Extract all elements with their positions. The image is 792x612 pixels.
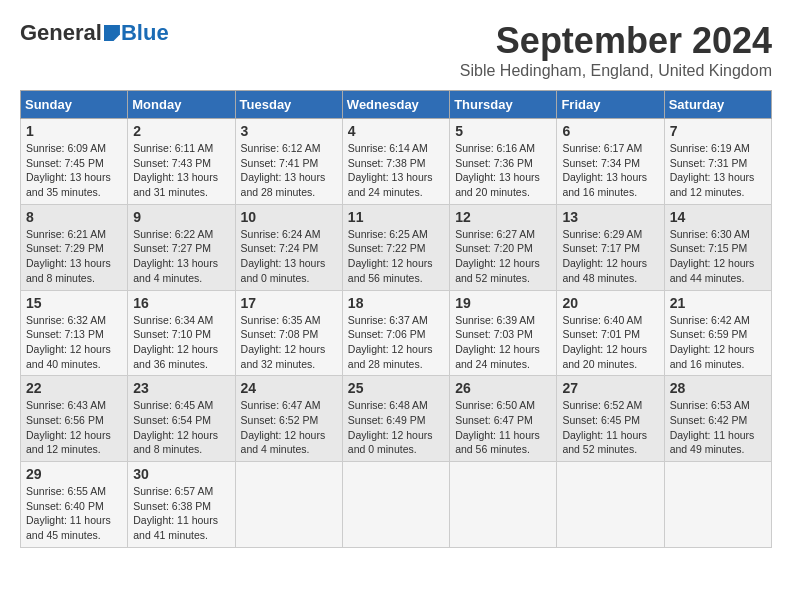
calendar-day-cell: 14Sunrise: 6:30 AMSunset: 7:15 PMDayligh…	[664, 204, 771, 290]
calendar-header-row: SundayMondayTuesdayWednesdayThursdayFrid…	[21, 91, 772, 119]
day-info: Sunrise: 6:35 AMSunset: 7:08 PMDaylight:…	[241, 313, 337, 372]
day-number: 19	[455, 295, 551, 311]
calendar-day-cell	[342, 462, 449, 548]
day-number: 30	[133, 466, 229, 482]
day-info: Sunrise: 6:27 AMSunset: 7:20 PMDaylight:…	[455, 227, 551, 286]
day-number: 13	[562, 209, 658, 225]
day-number: 10	[241, 209, 337, 225]
calendar-week-row: 29Sunrise: 6:55 AMSunset: 6:40 PMDayligh…	[21, 462, 772, 548]
day-info: Sunrise: 6:39 AMSunset: 7:03 PMDaylight:…	[455, 313, 551, 372]
day-info: Sunrise: 6:48 AMSunset: 6:49 PMDaylight:…	[348, 398, 444, 457]
calendar-day-cell: 24Sunrise: 6:47 AMSunset: 6:52 PMDayligh…	[235, 376, 342, 462]
day-number: 4	[348, 123, 444, 139]
calendar-day-cell: 4Sunrise: 6:14 AMSunset: 7:38 PMDaylight…	[342, 119, 449, 205]
calendar-day-cell: 11Sunrise: 6:25 AMSunset: 7:22 PMDayligh…	[342, 204, 449, 290]
calendar-day-cell: 20Sunrise: 6:40 AMSunset: 7:01 PMDayligh…	[557, 290, 664, 376]
day-info: Sunrise: 6:11 AMSunset: 7:43 PMDaylight:…	[133, 141, 229, 200]
day-info: Sunrise: 6:43 AMSunset: 6:56 PMDaylight:…	[26, 398, 122, 457]
calendar-day-cell: 3Sunrise: 6:12 AMSunset: 7:41 PMDaylight…	[235, 119, 342, 205]
day-number: 16	[133, 295, 229, 311]
day-number: 14	[670, 209, 766, 225]
calendar-day-cell: 2Sunrise: 6:11 AMSunset: 7:43 PMDaylight…	[128, 119, 235, 205]
day-number: 12	[455, 209, 551, 225]
calendar-day-cell: 7Sunrise: 6:19 AMSunset: 7:31 PMDaylight…	[664, 119, 771, 205]
day-info: Sunrise: 6:25 AMSunset: 7:22 PMDaylight:…	[348, 227, 444, 286]
calendar-day-cell: 8Sunrise: 6:21 AMSunset: 7:29 PMDaylight…	[21, 204, 128, 290]
day-number: 11	[348, 209, 444, 225]
day-info: Sunrise: 6:47 AMSunset: 6:52 PMDaylight:…	[241, 398, 337, 457]
day-number: 1	[26, 123, 122, 139]
calendar-day-cell: 23Sunrise: 6:45 AMSunset: 6:54 PMDayligh…	[128, 376, 235, 462]
day-info: Sunrise: 6:53 AMSunset: 6:42 PMDaylight:…	[670, 398, 766, 457]
day-number: 22	[26, 380, 122, 396]
day-number: 6	[562, 123, 658, 139]
calendar-day-cell: 5Sunrise: 6:16 AMSunset: 7:36 PMDaylight…	[450, 119, 557, 205]
day-number: 23	[133, 380, 229, 396]
day-number: 25	[348, 380, 444, 396]
calendar-day-cell: 12Sunrise: 6:27 AMSunset: 7:20 PMDayligh…	[450, 204, 557, 290]
day-info: Sunrise: 6:34 AMSunset: 7:10 PMDaylight:…	[133, 313, 229, 372]
day-of-week-header: Friday	[557, 91, 664, 119]
day-info: Sunrise: 6:37 AMSunset: 7:06 PMDaylight:…	[348, 313, 444, 372]
day-of-week-header: Wednesday	[342, 91, 449, 119]
day-info: Sunrise: 6:19 AMSunset: 7:31 PMDaylight:…	[670, 141, 766, 200]
calendar-day-cell: 19Sunrise: 6:39 AMSunset: 7:03 PMDayligh…	[450, 290, 557, 376]
day-of-week-header: Thursday	[450, 91, 557, 119]
calendar-day-cell	[235, 462, 342, 548]
calendar-day-cell	[664, 462, 771, 548]
day-number: 29	[26, 466, 122, 482]
day-number: 3	[241, 123, 337, 139]
logo-general-text: General	[20, 20, 102, 46]
calendar-day-cell: 21Sunrise: 6:42 AMSunset: 6:59 PMDayligh…	[664, 290, 771, 376]
title-area: September 2024 Sible Hedingham, England,…	[460, 20, 772, 80]
day-number: 17	[241, 295, 337, 311]
day-of-week-header: Sunday	[21, 91, 128, 119]
calendar-day-cell: 15Sunrise: 6:32 AMSunset: 7:13 PMDayligh…	[21, 290, 128, 376]
day-info: Sunrise: 6:57 AMSunset: 6:38 PMDaylight:…	[133, 484, 229, 543]
day-info: Sunrise: 6:09 AMSunset: 7:45 PMDaylight:…	[26, 141, 122, 200]
calendar-day-cell	[557, 462, 664, 548]
day-number: 20	[562, 295, 658, 311]
calendar-day-cell: 16Sunrise: 6:34 AMSunset: 7:10 PMDayligh…	[128, 290, 235, 376]
day-info: Sunrise: 6:40 AMSunset: 7:01 PMDaylight:…	[562, 313, 658, 372]
calendar-week-row: 22Sunrise: 6:43 AMSunset: 6:56 PMDayligh…	[21, 376, 772, 462]
calendar-day-cell	[450, 462, 557, 548]
calendar-day-cell: 17Sunrise: 6:35 AMSunset: 7:08 PMDayligh…	[235, 290, 342, 376]
day-of-week-header: Tuesday	[235, 91, 342, 119]
day-number: 15	[26, 295, 122, 311]
logo-icon	[104, 25, 120, 41]
day-number: 21	[670, 295, 766, 311]
day-number: 26	[455, 380, 551, 396]
header: General Blue September 2024 Sible Heding…	[20, 20, 772, 80]
calendar-day-cell: 10Sunrise: 6:24 AMSunset: 7:24 PMDayligh…	[235, 204, 342, 290]
day-number: 9	[133, 209, 229, 225]
calendar-table: SundayMondayTuesdayWednesdayThursdayFrid…	[20, 90, 772, 548]
day-info: Sunrise: 6:30 AMSunset: 7:15 PMDaylight:…	[670, 227, 766, 286]
calendar-week-row: 15Sunrise: 6:32 AMSunset: 7:13 PMDayligh…	[21, 290, 772, 376]
day-info: Sunrise: 6:16 AMSunset: 7:36 PMDaylight:…	[455, 141, 551, 200]
calendar-day-cell: 6Sunrise: 6:17 AMSunset: 7:34 PMDaylight…	[557, 119, 664, 205]
day-number: 7	[670, 123, 766, 139]
day-info: Sunrise: 6:12 AMSunset: 7:41 PMDaylight:…	[241, 141, 337, 200]
calendar-day-cell: 25Sunrise: 6:48 AMSunset: 6:49 PMDayligh…	[342, 376, 449, 462]
day-number: 27	[562, 380, 658, 396]
day-info: Sunrise: 6:29 AMSunset: 7:17 PMDaylight:…	[562, 227, 658, 286]
day-info: Sunrise: 6:17 AMSunset: 7:34 PMDaylight:…	[562, 141, 658, 200]
calendar-week-row: 8Sunrise: 6:21 AMSunset: 7:29 PMDaylight…	[21, 204, 772, 290]
calendar-week-row: 1Sunrise: 6:09 AMSunset: 7:45 PMDaylight…	[21, 119, 772, 205]
calendar-day-cell: 29Sunrise: 6:55 AMSunset: 6:40 PMDayligh…	[21, 462, 128, 548]
day-of-week-header: Saturday	[664, 91, 771, 119]
calendar-day-cell: 30Sunrise: 6:57 AMSunset: 6:38 PMDayligh…	[128, 462, 235, 548]
day-info: Sunrise: 6:24 AMSunset: 7:24 PMDaylight:…	[241, 227, 337, 286]
calendar-day-cell: 26Sunrise: 6:50 AMSunset: 6:47 PMDayligh…	[450, 376, 557, 462]
month-title: September 2024	[460, 20, 772, 62]
day-info: Sunrise: 6:45 AMSunset: 6:54 PMDaylight:…	[133, 398, 229, 457]
logo-blue-text: Blue	[121, 20, 169, 46]
day-number: 28	[670, 380, 766, 396]
day-number: 18	[348, 295, 444, 311]
day-info: Sunrise: 6:32 AMSunset: 7:13 PMDaylight:…	[26, 313, 122, 372]
day-info: Sunrise: 6:52 AMSunset: 6:45 PMDaylight:…	[562, 398, 658, 457]
calendar-day-cell: 1Sunrise: 6:09 AMSunset: 7:45 PMDaylight…	[21, 119, 128, 205]
calendar-day-cell: 18Sunrise: 6:37 AMSunset: 7:06 PMDayligh…	[342, 290, 449, 376]
day-info: Sunrise: 6:42 AMSunset: 6:59 PMDaylight:…	[670, 313, 766, 372]
